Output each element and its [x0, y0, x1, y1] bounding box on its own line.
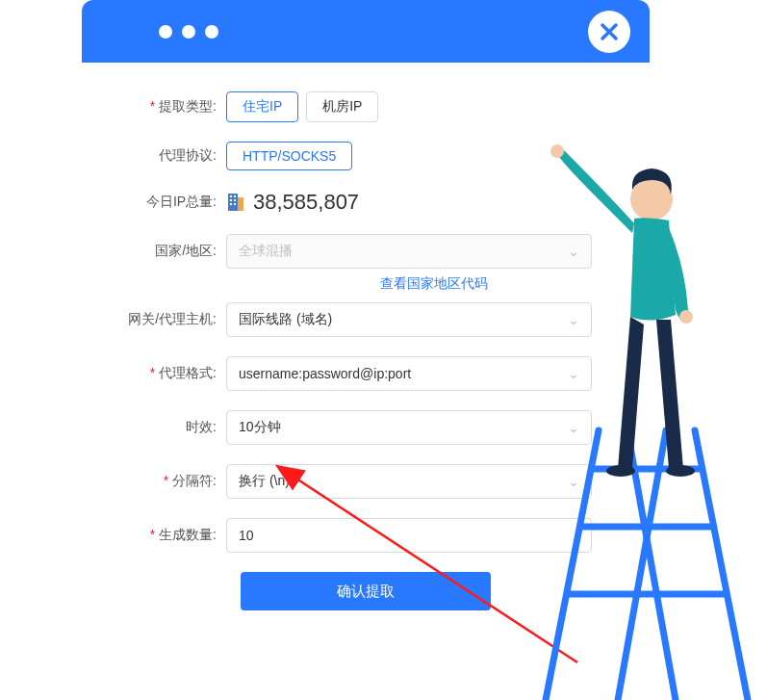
svg-line-12 [695, 430, 748, 700]
svg-rect-5 [234, 199, 236, 201]
svg-rect-6 [230, 203, 232, 205]
country-region-value: 全球混播 [239, 243, 293, 260]
separator-value: 换行 (\n) [239, 473, 290, 490]
window-controls [159, 25, 218, 39]
svg-point-21 [666, 465, 695, 477]
window-dot [205, 25, 218, 39]
window-dot [159, 25, 172, 39]
chevron-down-icon: ⌄ [568, 420, 579, 435]
proxy-protocol-label: 代理协议: [111, 147, 226, 165]
window-titlebar [82, 0, 650, 63]
gateway-host-label: 网关/代理主机: [111, 311, 226, 328]
separator-select[interactable]: 换行 (\n) ⌄ [226, 464, 592, 499]
config-window: 提取类型: 住宅IP 机房IP 代理协议: HTTP/SOCKS5 今日IP总量… [82, 0, 650, 630]
generate-count-row: 生成数量: [111, 518, 621, 553]
proxy-format-value: username:password@ip:port [239, 366, 411, 381]
chevron-down-icon: ⌄ [568, 366, 579, 381]
country-region-label: 国家/地区: [111, 243, 226, 260]
svg-rect-3 [234, 195, 236, 197]
duration-value: 10分钟 [239, 419, 281, 436]
extract-type-datacenter[interactable]: 机房IP [306, 91, 378, 122]
building-icon [226, 192, 245, 213]
svg-rect-7 [234, 203, 236, 205]
ip-total-label: 今日IP总量: [111, 194, 226, 211]
form-container: 提取类型: 住宅IP 机房IP 代理协议: HTTP/SOCKS5 今日IP总量… [82, 63, 650, 630]
svg-rect-1 [238, 197, 243, 211]
generate-count-input[interactable] [226, 518, 592, 553]
chevron-down-icon: ⌄ [568, 474, 579, 489]
country-region-row: 国家/地区: 全球混播 ⌄ [111, 234, 621, 269]
ip-total-value: 38,585,807 [253, 190, 359, 215]
country-region-select[interactable]: 全球混播 ⌄ [226, 234, 592, 269]
svg-rect-2 [230, 195, 232, 197]
duration-select[interactable]: 10分钟 ⌄ [226, 410, 592, 445]
proxy-protocol-row: 代理协议: HTTP/SOCKS5 [111, 142, 621, 170]
close-button[interactable] [588, 11, 630, 53]
close-icon [598, 20, 621, 43]
extract-type-residential[interactable]: 住宅IP [226, 91, 298, 122]
country-code-link-row: 查看国家地区代码 [380, 274, 621, 293]
chevron-down-icon: ⌄ [568, 244, 579, 259]
proxy-protocol-option[interactable]: HTTP/SOCKS5 [226, 142, 352, 170]
gateway-host-select[interactable]: 国际线路 (域名) ⌄ [226, 302, 592, 337]
separator-row: 分隔符: 换行 (\n) ⌄ [111, 464, 621, 499]
duration-row: 时效: 10分钟 ⌄ [111, 410, 621, 445]
gateway-host-row: 网关/代理主机: 国际线路 (域名) ⌄ [111, 302, 621, 337]
window-dot [182, 25, 195, 39]
proxy-format-row: 代理格式: username:password@ip:port ⌄ [111, 356, 621, 391]
proxy-format-label: 代理格式: [111, 365, 226, 382]
svg-rect-0 [228, 194, 238, 211]
generate-count-label: 生成数量: [111, 527, 226, 544]
ip-total-row: 今日IP总量: 38,585,807 [111, 190, 621, 215]
country-code-link[interactable]: 查看国家地区代码 [380, 275, 488, 291]
separator-label: 分隔符: [111, 473, 226, 490]
chevron-down-icon: ⌄ [568, 312, 579, 327]
gateway-host-value: 国际线路 (域名) [239, 311, 332, 328]
proxy-format-select[interactable]: username:password@ip:port ⌄ [226, 356, 592, 391]
submit-button[interactable]: 确认提取 [241, 572, 491, 610]
extract-type-row: 提取类型: 住宅IP 机房IP [111, 91, 621, 122]
extract-type-label: 提取类型: [111, 98, 226, 116]
svg-point-19 [679, 310, 693, 324]
duration-label: 时效: [111, 419, 226, 436]
svg-rect-4 [230, 199, 232, 201]
